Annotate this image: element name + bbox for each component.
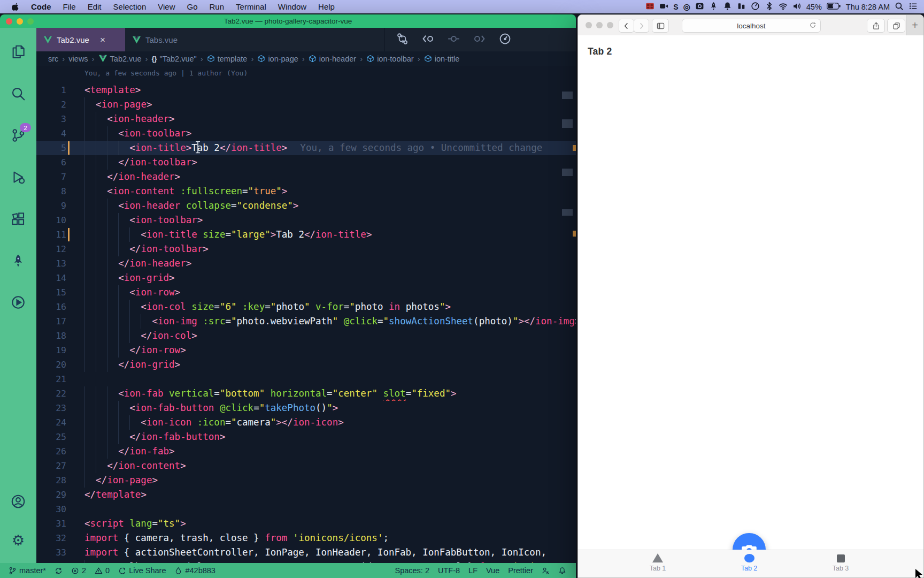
code-line-19[interactable]: 19 </ion-row>: [36, 343, 576, 358]
status-vue[interactable]: Vue: [482, 563, 504, 578]
activity-item-account[interactable]: [0, 482, 36, 521]
status-#42b883[interactable]: #42b883: [170, 563, 219, 578]
line-number[interactable]: 31: [36, 516, 84, 531]
menu-go[interactable]: Go: [181, 2, 204, 11]
code-line-7[interactable]: 7 </ion-header>: [36, 170, 576, 184]
line-number[interactable]: 26: [36, 444, 84, 459]
status-utf-8[interactable]: UTF-8: [434, 563, 464, 578]
line-number[interactable]: 1: [36, 83, 84, 97]
breadcrumb-item-ion-title[interactable]: ion-title: [424, 55, 460, 63]
line-number[interactable]: 20: [36, 358, 84, 372]
breadcrumb-item-ion-toolbar[interactable]: ion-toolbar: [366, 55, 414, 63]
status-live-share[interactable]: Live Share: [114, 563, 170, 578]
code-line-17[interactable]: 17 <ion-img :src="photo.webviewPath" @cl…: [36, 314, 576, 329]
status-prettier[interactable]: Prettier: [504, 563, 537, 578]
code-line-33[interactable]: 33import { actionSheetController, IonPag…: [36, 545, 576, 560]
compass-icon[interactable]: [751, 2, 760, 12]
line-number[interactable]: 23: [36, 401, 84, 415]
line-number[interactable]: 9: [36, 199, 84, 213]
line-number[interactable]: 27: [36, 459, 84, 473]
bell-icon[interactable]: [723, 2, 732, 12]
address-bar[interactable]: localhost: [682, 19, 821, 33]
code-editor[interactable]: You, a few seconds ago | 1 author (You) …: [36, 66, 576, 563]
status-lf[interactable]: LF: [464, 563, 482, 578]
tab-bar-item-tab-1[interactable]: Tab 1: [628, 553, 687, 572]
timeline-icon[interactable]: [499, 33, 511, 47]
menu-file[interactable]: File: [57, 2, 82, 11]
status-2[interactable]: 2: [67, 563, 90, 578]
new-tab-button[interactable]: +: [906, 15, 923, 35]
activity-item-play-circle[interactable]: [0, 282, 36, 323]
next-change-icon[interactable]: [473, 33, 486, 47]
line-number[interactable]: 16: [36, 300, 84, 314]
back-button[interactable]: [619, 19, 634, 33]
code-line-9[interactable]: 9 <ion-header collapse="condense">: [36, 199, 576, 213]
line-number[interactable]: 10: [36, 213, 84, 227]
tab-tab2-vue[interactable]: Tab2.vue×: [36, 28, 125, 51]
code-line-6[interactable]: 6 </ion-toolbar>: [36, 155, 576, 170]
code-line-5[interactable]: 5 <ion-title>Tab 2</ion-title>You, a few…: [36, 141, 576, 155]
menu-window[interactable]: Window: [272, 2, 312, 11]
menu-run[interactable]: Run: [204, 2, 230, 11]
reload-icon[interactable]: [809, 21, 817, 31]
status-spaces-2[interactable]: Spaces: 2: [390, 563, 434, 578]
line-number[interactable]: 6: [36, 155, 84, 170]
sidebar-toggle-button[interactable]: [652, 19, 669, 33]
close-tab-icon[interactable]: ×: [100, 35, 105, 44]
bluetooth-icon[interactable]: [765, 2, 774, 12]
rocket-icon[interactable]: [709, 2, 718, 12]
code-line-24[interactable]: 24 <ion-icon :icon="camera"></ion-icon>: [36, 415, 576, 430]
code-line-31[interactable]: 31<script lang="ts">: [36, 516, 576, 531]
tab-bar-item-tab-3[interactable]: Tab 3: [811, 553, 870, 572]
code-line-22[interactable]: 22 <ion-fab vertical="bottom" horizontal…: [36, 386, 576, 401]
open-changes-icon[interactable]: [396, 33, 409, 47]
line-number[interactable]: 25: [36, 430, 84, 444]
line-number[interactable]: 33: [36, 545, 84, 560]
line-number[interactable]: 28: [36, 473, 84, 488]
activity-item-explorer[interactable]: [0, 31, 36, 73]
code-line-32[interactable]: 32import { camera, trash, close } from '…: [36, 531, 576, 545]
tab-bar-item-tab-2[interactable]: Tab 2: [720, 553, 779, 572]
code-line-25[interactable]: 25 </ion-fab-button>: [36, 430, 576, 444]
record-circle-icon[interactable]: ◎: [683, 2, 690, 11]
line-number[interactable]: 13: [36, 256, 84, 271]
columns-icon[interactable]: [737, 2, 746, 12]
control-center-icon[interactable]: [908, 2, 918, 12]
vscode-titlebar[interactable]: Tab2.vue — photo-gallery-capacitor-vue: [0, 14, 576, 28]
line-number[interactable]: 8: [36, 184, 84, 199]
code-line-21[interactable]: 21: [36, 372, 576, 386]
line-number[interactable]: 11: [36, 227, 84, 242]
line-number[interactable]: 2: [36, 97, 84, 112]
code-line-11[interactable]: 11 <ion-title size="large">Tab 2</ion-ti…: [36, 227, 576, 242]
activity-item-settings[interactable]: ⚙: [0, 521, 36, 560]
screen-record-icon[interactable]: [695, 2, 704, 12]
code-line-13[interactable]: 13 </ion-header>: [36, 256, 576, 271]
zoom-window-button[interactable]: [607, 22, 613, 28]
line-number[interactable]: 18: [36, 329, 84, 343]
code-line-4[interactable]: 4 <ion-toolbar>: [36, 126, 576, 141]
code-line-30[interactable]: 30: [36, 502, 576, 516]
activity-item-search[interactable]: [0, 73, 36, 115]
wifi-icon[interactable]: [779, 2, 788, 12]
codelens-annotation[interactable]: You, a few seconds ago | 1 author (You): [84, 69, 576, 82]
menu-selection[interactable]: Selection: [107, 2, 152, 11]
code-line-15[interactable]: 15 <ion-row>: [36, 285, 576, 300]
search-icon[interactable]: [895, 2, 904, 12]
line-number[interactable]: 4: [36, 126, 84, 141]
code-line-27[interactable]: 27 </ion-content>: [36, 459, 576, 473]
line-number[interactable]: 32: [36, 531, 84, 545]
breadcrumb-item-ion-header[interactable]: ion-header: [309, 55, 356, 63]
previous-change-icon[interactable]: [422, 33, 434, 47]
film-icon[interactable]: [645, 2, 654, 12]
letter-s-icon[interactable]: S: [673, 2, 678, 11]
activity-item-extensions[interactable]: [0, 198, 36, 240]
line-number[interactable]: 12: [36, 242, 84, 256]
line-number[interactable]: 5: [36, 141, 84, 155]
breadcrumb-item--tab2-vue-[interactable]: {}"Tab2.vue": [151, 55, 196, 63]
share-button[interactable]: [867, 19, 885, 33]
activity-item-source-control[interactable]: 2: [0, 115, 36, 156]
volume-icon[interactable]: [792, 2, 802, 12]
line-number[interactable]: 30: [36, 502, 84, 516]
code-line-3[interactable]: 3 <ion-header>: [36, 112, 576, 126]
activity-item-run-and-debug[interactable]: [0, 156, 36, 198]
